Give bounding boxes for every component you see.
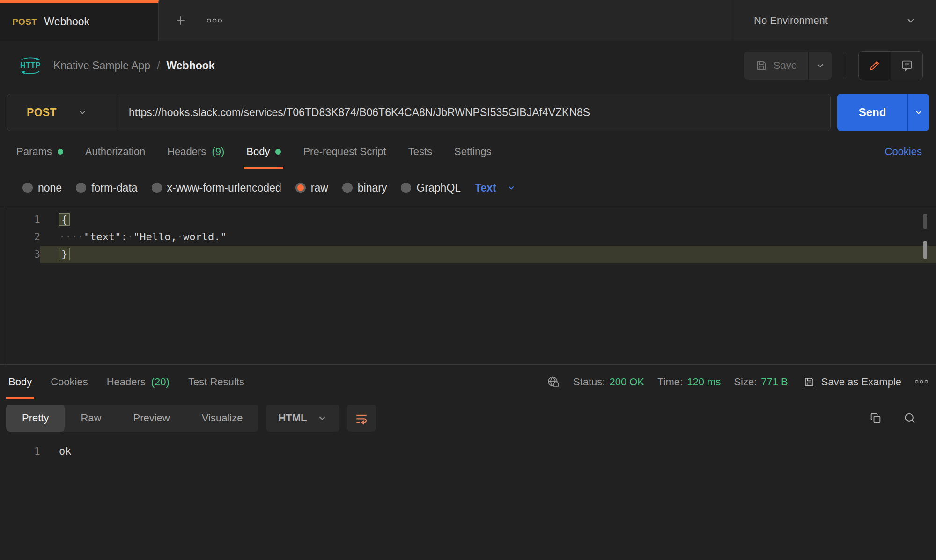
code-line-3[interactable]: 3} (0, 246, 936, 263)
request-tab-pre-request-script[interactable]: Pre-request Script (303, 135, 386, 169)
line-number: 3 (0, 246, 40, 263)
tab-actions (159, 0, 733, 41)
response-tab-headers[interactable]: Headers(20) (107, 365, 170, 399)
save-split-button: Save (744, 52, 832, 80)
plus-icon (174, 14, 188, 28)
radio-icon (76, 183, 86, 193)
save-button[interactable]: Save (744, 52, 808, 80)
send-button[interactable]: Send (837, 94, 907, 131)
copy-response-button[interactable] (869, 412, 882, 425)
response-format-selector[interactable]: HTML (266, 405, 339, 432)
request-tabs-row: ParamsAuthorizationHeaders(9)BodyPre-req… (0, 135, 936, 169)
modified-dot (58, 149, 63, 155)
url-builder-row: POST Send (0, 90, 936, 135)
new-tab-button[interactable] (174, 14, 188, 28)
response-lines: 1ok (0, 443, 936, 460)
search-icon (903, 411, 917, 425)
tab-options-button[interactable] (206, 18, 222, 23)
time-value: 120 ms (687, 376, 721, 388)
request-tab-headers[interactable]: Headers(9) (167, 135, 224, 169)
raw-type-label: Text (475, 182, 496, 194)
response-tab-test-results[interactable]: Test Results (188, 365, 244, 399)
request-tab-params[interactable]: Params (16, 135, 63, 169)
response-body-viewer[interactable]: 1ok (0, 437, 936, 560)
request-tab-body[interactable]: Body (246, 135, 281, 169)
tab-strip: POST Webhook No Environment (0, 0, 936, 41)
code-line-1[interactable]: 1ok (0, 443, 936, 460)
chevron-down-icon (507, 183, 516, 192)
body-mode-raw[interactable]: raw (295, 182, 328, 194)
response-options-button[interactable] (914, 379, 929, 384)
divider (845, 55, 845, 76)
environment-selector[interactable]: No Environment (733, 0, 936, 41)
radio-icon (152, 183, 162, 193)
comment-icon (900, 59, 914, 72)
cookies-link[interactable]: Cookies (885, 146, 922, 158)
raw-type-selector[interactable]: Text (475, 182, 516, 194)
chevron-down-icon (914, 107, 924, 118)
view-tab-pretty[interactable]: Pretty (6, 405, 65, 432)
url-input[interactable] (118, 94, 830, 131)
save-icon (803, 376, 815, 388)
editor-lines: 1{2····"text":·"Hello,·world."3} (0, 211, 936, 263)
chevron-down-icon (815, 60, 825, 71)
response-format-label: HTML (278, 412, 307, 424)
time-group: Time: 120 ms (657, 376, 721, 388)
request-tab-authorization[interactable]: Authorization (85, 135, 145, 169)
chevron-down-icon (77, 107, 88, 118)
line-number: 1 (0, 211, 40, 228)
status-label: Status: (573, 376, 605, 388)
breadcrumb-request-name[interactable]: Webhook (167, 59, 215, 72)
count-badge: (9) (212, 146, 224, 158)
size-group: Size: 771 B (734, 376, 788, 388)
wrap-text-button[interactable] (347, 405, 376, 432)
pencil-icon (868, 59, 881, 72)
code-line-2[interactable]: 2····"text":·"Hello,·world." (0, 228, 936, 246)
line-number: 1 (0, 443, 40, 460)
breadcrumb-separator: / (157, 59, 160, 72)
response-tabs: BodyCookiesHeaders(20)Test Results (8, 365, 244, 399)
view-tab-preview[interactable]: Preview (117, 405, 185, 432)
body-mode-graphql[interactable]: GraphQL (401, 182, 461, 194)
request-tab-settings[interactable]: Settings (454, 135, 492, 169)
network-info-icon[interactable] (546, 375, 560, 389)
send-options-button[interactable] (907, 94, 929, 131)
line-number: 2 (0, 228, 40, 246)
body-mode-row: noneform-datax-www-form-urlencodedrawbin… (0, 169, 936, 207)
request-body-editor[interactable]: 1{2····"text":·"Hello,·world."3} (0, 207, 936, 364)
comments-button[interactable] (891, 52, 922, 80)
body-mode-x-www-form-urlencoded[interactable]: x-www-form-urlencoded (152, 182, 281, 194)
chevron-down-icon (317, 413, 327, 423)
request-tab-tests[interactable]: Tests (408, 135, 432, 169)
method-selector[interactable]: POST (7, 94, 118, 131)
postman-app: POST Webhook No Environment HTTP Knative… (0, 0, 936, 560)
save-options-button[interactable] (809, 52, 832, 80)
search-response-button[interactable] (903, 411, 917, 425)
radio-icon (342, 183, 353, 193)
code-line-1[interactable]: 1{ (0, 211, 936, 228)
wrap-text-icon (354, 411, 369, 426)
body-mode-binary[interactable]: binary (342, 182, 387, 194)
response-tab-cookies[interactable]: Cookies (51, 365, 88, 399)
request-file-tab[interactable]: POST Webhook (0, 0, 159, 41)
body-mode-form-data[interactable]: form-data (76, 182, 137, 194)
scrollbar-mark[interactable] (923, 241, 927, 259)
request-side-actions (858, 51, 923, 80)
body-mode-none[interactable]: none (22, 182, 62, 194)
environment-name: No Environment (754, 15, 828, 27)
send-split-button: Send (837, 94, 929, 131)
response-tab-body[interactable]: Body (8, 365, 32, 399)
save-as-example-button[interactable]: Save as Example (803, 376, 901, 388)
tab-method-badge: POST (12, 17, 37, 27)
response-toolbar: PrettyRawPreviewVisualize HTML (0, 399, 936, 437)
scrollbar-mark (923, 214, 927, 229)
edit-request-button[interactable] (859, 52, 891, 80)
breadcrumb-collection[interactable]: Knative Sample App (53, 59, 150, 72)
view-tab-raw[interactable]: Raw (65, 405, 117, 432)
http-protocol-icon: HTTP (20, 56, 41, 75)
request-tabs: ParamsAuthorizationHeaders(9)BodyPre-req… (16, 135, 492, 169)
view-tab-visualize[interactable]: Visualize (186, 405, 259, 432)
response-tabs-row: BodyCookiesHeaders(20)Test Results Statu… (0, 364, 936, 399)
body-mode-options: noneform-datax-www-form-urlencodedrawbin… (22, 182, 461, 194)
response-view-switcher: PrettyRawPreviewVisualize (6, 405, 258, 432)
